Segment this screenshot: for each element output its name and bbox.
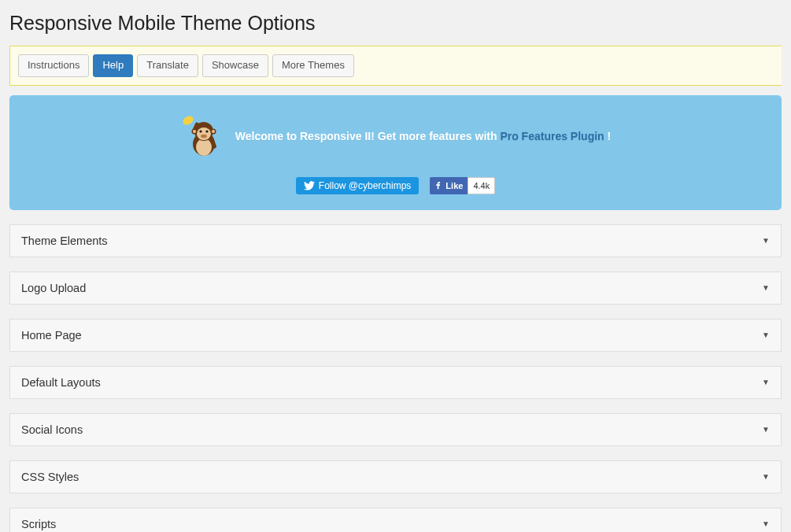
accordion-css-styles[interactable]: CSS Styles ▼: [9, 460, 782, 493]
svg-point-8: [201, 135, 207, 139]
facebook-like-widget: Like 4.4k: [430, 177, 495, 194]
twitter-follow-label: Follow @cyberchimps: [319, 180, 412, 191]
caret-down-icon: ▼: [762, 378, 770, 386]
accordion-theme-elements[interactable]: Theme Elements ▼: [9, 224, 782, 257]
tab-instructions[interactable]: Instructions: [18, 54, 89, 77]
tab-showcase[interactable]: Showcase: [202, 54, 268, 77]
accordion-label: CSS Styles: [21, 471, 79, 483]
accordion-scripts[interactable]: Scripts ▼: [9, 508, 782, 532]
svg-point-7: [205, 130, 208, 132]
facebook-like-count: 4.4k: [468, 177, 495, 194]
tab-more-themes[interactable]: More Themes: [272, 54, 354, 77]
svg-point-0: [181, 114, 194, 127]
accordion-default-layouts[interactable]: Default Layouts ▼: [9, 366, 782, 399]
caret-down-icon: ▼: [762, 331, 770, 339]
accordion: Theme Elements ▼ Logo Upload ▼ Home Page…: [9, 224, 782, 532]
welcome-text-b: !: [604, 130, 612, 142]
tab-translate[interactable]: Translate: [137, 54, 198, 77]
accordion-label: Default Layouts: [21, 376, 101, 389]
welcome-panel: Welcome to Responsive II! Get more featu…: [9, 95, 782, 210]
accordion-logo-upload[interactable]: Logo Upload ▼: [9, 272, 782, 305]
accordion-home-page[interactable]: Home Page ▼: [9, 319, 782, 352]
svg-point-3: [196, 139, 212, 156]
accordion-label: Theme Elements: [21, 235, 108, 247]
svg-point-5: [197, 127, 211, 140]
facebook-like-label: Like: [445, 181, 463, 190]
svg-point-11: [193, 130, 196, 133]
caret-down-icon: ▼: [762, 236, 770, 245]
svg-point-6: [199, 130, 201, 132]
monkey-mascot-icon: [180, 113, 224, 160]
caret-down-icon: ▼: [762, 472, 770, 481]
svg-point-12: [212, 130, 215, 133]
caret-down-icon: ▼: [762, 425, 770, 434]
pro-features-link[interactable]: Pro Features Plugin: [500, 130, 604, 142]
tab-help[interactable]: Help: [93, 54, 133, 77]
accordion-social-icons[interactable]: Social Icons ▼: [9, 413, 782, 446]
tabs-bar: Instructions Help Translate Showcase Mor…: [9, 46, 782, 86]
twitter-icon: [304, 181, 315, 190]
welcome-text: Welcome to Responsive II! Get more featu…: [235, 130, 611, 142]
accordion-label: Logo Upload: [21, 282, 86, 294]
accordion-label: Home Page: [21, 329, 82, 342]
caret-down-icon: ▼: [762, 283, 770, 292]
page-title: Responsive Mobile Theme Options: [9, 12, 782, 35]
welcome-text-a: Welcome to Responsive II! Get more featu…: [235, 130, 501, 142]
accordion-label: Scripts: [21, 518, 56, 530]
caret-down-icon: ▼: [762, 519, 770, 528]
accordion-label: Social Icons: [21, 423, 83, 436]
facebook-icon: [434, 182, 442, 190]
facebook-like-button[interactable]: Like: [430, 177, 468, 194]
twitter-follow-button[interactable]: Follow @cyberchimps: [296, 177, 420, 194]
